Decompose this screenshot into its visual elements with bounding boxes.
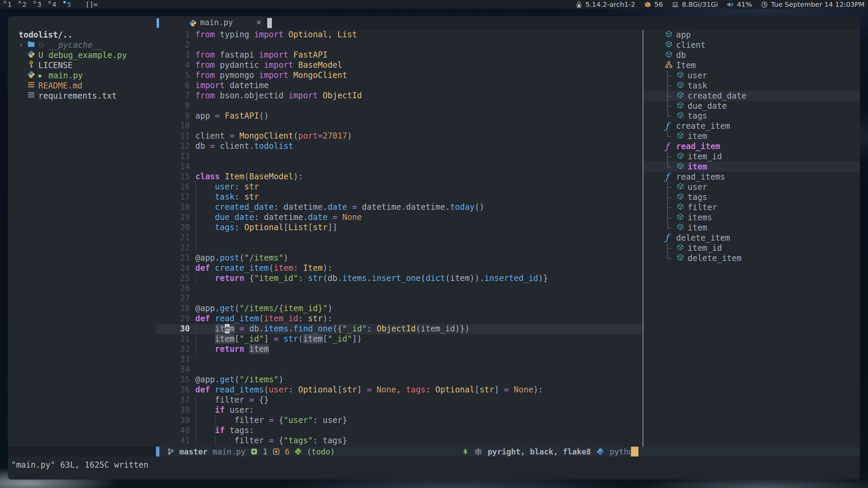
tree-item-requirements.txt[interactable]: requirements.txt bbox=[8, 91, 156, 101]
code-line-7[interactable]: 7from bson.objectid import ObjectId bbox=[156, 91, 643, 101]
outline-item-user[interactable]: user bbox=[644, 70, 860, 81]
tree-item-README.md[interactable]: README.md bbox=[8, 81, 156, 91]
outline-item-delete_item[interactable]: ƒdelete_item bbox=[644, 233, 860, 243]
symbol-label: read_item bbox=[676, 142, 720, 151]
workspace-3[interactable]: 3 bbox=[32, 0, 47, 9]
code-line-4[interactable]: 4from pydantic import BaseModel bbox=[156, 60, 643, 70]
outline-item-items[interactable]: items bbox=[644, 212, 860, 223]
outline-item-item_id[interactable]: item_id bbox=[644, 151, 860, 162]
outline-item-item[interactable]: item bbox=[644, 223, 860, 233]
tree-item-LICENSE[interactable]: LICENSE bbox=[8, 60, 156, 70]
code-line-1[interactable]: 1from typing import Optional, List bbox=[156, 30, 643, 40]
outline-item-delete_item[interactable]: delete_item bbox=[644, 253, 860, 263]
code-line-3[interactable]: 3from fastapi import FastAPI bbox=[156, 50, 643, 60]
statusline-right: pyright, black, flake8python bbox=[462, 447, 638, 456]
workspace-indicator bbox=[48, 1, 51, 3]
code-line-19[interactable]: 19 due_date: datetime.date = None bbox=[156, 212, 643, 223]
outline-item-read_item[interactable]: ƒread_item bbox=[644, 141, 860, 151]
outline-item-filter[interactable]: filter bbox=[644, 202, 860, 212]
tree-connector bbox=[665, 182, 677, 192]
code-line-33[interactable]: 33 bbox=[156, 354, 643, 365]
code-line-15[interactable]: 15class Item(BaseModel): bbox=[156, 172, 643, 182]
code-line-14[interactable]: 14 bbox=[156, 162, 643, 172]
line-number: 15 bbox=[156, 172, 190, 182]
symbols-outline-pane: appclientdbItemusertaskcreated_datedue_d… bbox=[644, 30, 860, 447]
expand-arrow-icon bbox=[19, 81, 27, 91]
outline-item-created_date[interactable]: created_date bbox=[644, 91, 860, 101]
tab-close-icon[interactable]: × bbox=[256, 18, 261, 27]
tree-item-debug_example.py[interactable]: Udebug_example.py bbox=[8, 50, 156, 60]
cube-icon bbox=[677, 81, 684, 90]
tab-main-py[interactable]: main.py × bbox=[156, 16, 265, 30]
workspace-indicator bbox=[63, 1, 66, 3]
workspace-1[interactable]: 1 bbox=[2, 0, 17, 9]
code-line-28[interactable]: 28@app.get("/items/{item_id}") bbox=[156, 304, 643, 314]
code-line-2[interactable]: 2 bbox=[156, 40, 643, 50]
code-line-39[interactable]: 39 filter = {"user": user} bbox=[156, 415, 643, 426]
code-line-24[interactable]: 24def create_item(item: Item): bbox=[156, 263, 643, 273]
code-line-32[interactable]: 32 return item bbox=[156, 344, 643, 354]
tree-connector bbox=[665, 91, 677, 101]
fn-icon: ƒ bbox=[665, 172, 669, 182]
expand-arrow-icon bbox=[19, 50, 27, 60]
code-line-40[interactable]: 40 if tags: bbox=[156, 426, 643, 436]
code-line-8[interactable]: 8 bbox=[156, 101, 643, 111]
tree-item-main.py[interactable]: ●main.py bbox=[8, 70, 156, 81]
code-line-30[interactable]: 30 item = db.items.find_one({"_id": Obje… bbox=[156, 324, 643, 334]
workspace-indicator bbox=[34, 1, 36, 3]
code-line-20[interactable]: 20 tags: Optional[List[str]] bbox=[156, 223, 643, 233]
workspace-4[interactable]: 4 bbox=[47, 0, 62, 9]
outline-item-due_date[interactable]: due_date bbox=[644, 101, 860, 111]
code-line-21[interactable]: 21 bbox=[156, 233, 643, 243]
code-line-5[interactable]: 5from pymongo import MongoClient bbox=[156, 70, 643, 81]
code-line-9[interactable]: 9app = FastAPI() bbox=[156, 111, 643, 121]
code-line-23[interactable]: 23@app.post("/items") bbox=[156, 253, 643, 263]
workspace-2[interactable]: 2 bbox=[17, 0, 32, 9]
volume-icon bbox=[727, 1, 734, 8]
code-line-11[interactable]: 11client = MongoClient(port=27017) bbox=[156, 131, 643, 141]
outline-item-Item[interactable]: Item bbox=[644, 60, 860, 70]
code-line-10[interactable]: 10 bbox=[156, 121, 643, 131]
command-line[interactable]: "main.py" 63L, 1625C written bbox=[8, 456, 860, 480]
outline-item-db[interactable]: db bbox=[644, 50, 860, 60]
code-area[interactable]: 1from typing import Optional, List23from… bbox=[156, 30, 643, 447]
tree-item-__pycache__[interactable]: ›__pycache__ bbox=[8, 40, 156, 50]
code-line-12[interactable]: 12db = client.todolist bbox=[156, 141, 643, 151]
line-number: 17 bbox=[156, 192, 190, 202]
line-number: 38 bbox=[156, 405, 190, 415]
outline-item-client[interactable]: client bbox=[644, 40, 860, 50]
outline-item-item[interactable]: item bbox=[644, 131, 860, 141]
tree-root-folder[interactable]: todolist/.. bbox=[8, 30, 156, 40]
code-line-27[interactable]: 27 bbox=[156, 293, 643, 304]
code-line-31[interactable]: 31 item["_id"] = str(item["_id"]) bbox=[156, 334, 643, 344]
code-line-17[interactable]: 17 task: str bbox=[156, 192, 643, 202]
code-line-18[interactable]: 18 created_date: datetime.date = datetim… bbox=[156, 202, 643, 212]
outline-item-task[interactable]: task bbox=[644, 81, 860, 91]
code-line-25[interactable]: 25 return {"item_id": str(db.items.inser… bbox=[156, 273, 643, 284]
code-line-13[interactable]: 13 bbox=[156, 151, 643, 162]
outline-item-app[interactable]: app bbox=[644, 30, 860, 40]
outline-item-create_item[interactable]: ƒcreate_item bbox=[644, 121, 860, 131]
code-line-26[interactable]: 26 bbox=[156, 283, 643, 293]
code-line-29[interactable]: 29def read_item(item_id: str): bbox=[156, 314, 643, 324]
statusline-left: mastermain.py16(todo) bbox=[156, 447, 335, 456]
outline-item-tags[interactable]: tags bbox=[644, 192, 860, 202]
code-line-36[interactable]: 36def read_items(user: Optional[str] = N… bbox=[156, 385, 643, 395]
outline-item-user[interactable]: user bbox=[644, 182, 860, 192]
outline-item-tags[interactable]: tags bbox=[644, 111, 860, 121]
symbol-label: delete_item bbox=[688, 253, 742, 263]
code-line-16[interactable]: 16 user: str bbox=[156, 182, 643, 192]
code-line-22[interactable]: 22 bbox=[156, 243, 643, 253]
code-line-41[interactable]: 41 filter = {"tags": tags} bbox=[156, 436, 643, 446]
outline-item-read_items[interactable]: ƒread_items bbox=[644, 172, 860, 182]
symbol-label: db bbox=[676, 50, 686, 60]
outline-item-item[interactable]: item bbox=[644, 162, 860, 172]
code-line-38[interactable]: 38 if user: bbox=[156, 405, 643, 415]
code-line-37[interactable]: 37 filter = {} bbox=[156, 395, 643, 405]
outline-item-item_id[interactable]: item_id bbox=[644, 243, 860, 253]
workspace-5[interactable]: 5 bbox=[62, 0, 77, 9]
code-line-34[interactable]: 34 bbox=[156, 365, 643, 375]
code-line-6[interactable]: 6import datetime bbox=[156, 81, 643, 91]
code-line-35[interactable]: 35@app.get("/items") bbox=[156, 375, 643, 385]
cube-icon bbox=[677, 91, 684, 101]
